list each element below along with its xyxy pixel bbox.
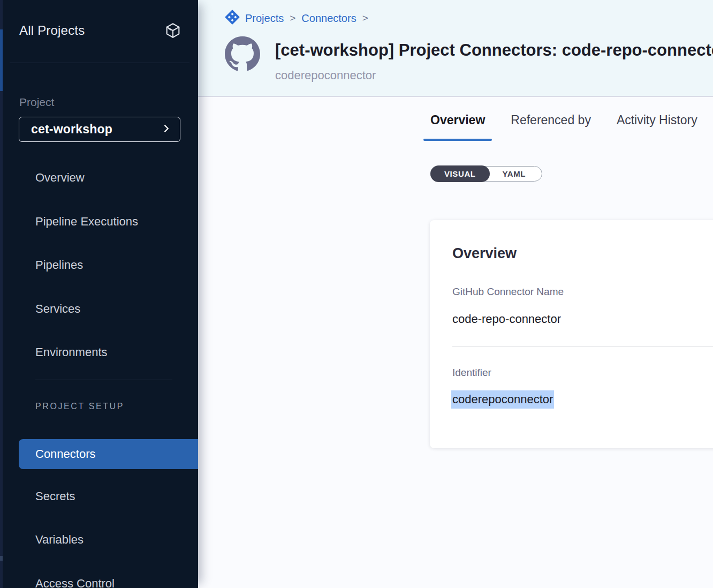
card-divider — [452, 346, 713, 346]
project-label: Project — [19, 96, 54, 109]
sidebar: All Projects Project cet-workshop Overvi… — [0, 0, 198, 588]
sidebar-item-label: Access Control — [35, 577, 115, 588]
card-heading: Overview — [452, 245, 713, 262]
sidebar-item-label: Services — [35, 302, 80, 315]
tab-label: Activity History — [617, 113, 697, 127]
breadcrumb-separator: > — [362, 12, 369, 24]
field-value-identifier: coderepoconnector — [452, 390, 713, 409]
sidebar-divider — [10, 63, 189, 63]
yaml-toggle-button[interactable]: YAML — [490, 169, 542, 178]
chevron-right-icon — [161, 123, 172, 137]
page-header: Projects > Connectors > [cet-workshop] P… — [198, 0, 713, 97]
breadcrumb-link-connectors[interactable]: Connectors — [301, 12, 356, 25]
tab-label: Overview — [430, 113, 485, 127]
all-projects-row: All Projects — [19, 21, 182, 40]
sidebar-item-pipeline-executions[interactable]: Pipeline Executions — [0, 211, 198, 232]
sidebar-item-label: Secrets — [35, 489, 75, 503]
sidebar-item-environments[interactable]: Environments — [0, 342, 198, 363]
sidebar-item-label: Environments — [35, 345, 108, 359]
github-icon — [225, 36, 260, 71]
project-selector[interactable]: cet-workshop — [19, 117, 180, 142]
sidebar-divider — [35, 380, 172, 380]
project-selector-value: cet-workshop — [31, 122, 112, 137]
cube-icon[interactable] — [164, 21, 182, 40]
module-rail-blip — [0, 556, 3, 561]
selected-text-highlight: coderepoconnector — [451, 390, 554, 409]
sidebar-item-label: Variables — [35, 533, 84, 546]
breadcrumb-link-projects[interactable]: Projects — [245, 12, 284, 25]
all-projects-label[interactable]: All Projects — [19, 23, 85, 38]
sidebar-item-label: Pipeline Executions — [35, 215, 138, 228]
visual-toggle-button[interactable]: VISUAL — [430, 165, 490, 182]
tab-overview[interactable]: Overview — [423, 113, 492, 141]
sidebar-item-label: Connectors — [35, 447, 96, 461]
sidebar-item-connectors[interactable]: Connectors — [19, 439, 198, 469]
page-title: [cet-workshop] Project Connectors: code-… — [275, 41, 713, 63]
field-label-github-connector-name: GitHub Connector Name — [452, 286, 713, 298]
overview-card: Overview GitHub Connector Name code-repo… — [430, 220, 713, 448]
visual-yaml-toggle: VISUAL YAML — [430, 166, 542, 182]
module-rail-highlight — [0, 29, 3, 91]
tab-label: Referenced by — [511, 113, 591, 127]
tab-activity-history[interactable]: Activity History — [610, 113, 704, 141]
sidebar-item-pipelines[interactable]: Pipelines — [0, 254, 198, 276]
tab-bar: Overview Referenced by Activity History — [423, 113, 704, 141]
harness-diamond-icon — [225, 10, 240, 27]
sidebar-item-variables[interactable]: Variables — [0, 529, 198, 551]
sidebar-item-overview[interactable]: Overview — [0, 167, 198, 189]
project-setup-section-label: PROJECT SETUP — [35, 402, 124, 411]
sidebar-item-services[interactable]: Services — [0, 298, 198, 320]
breadcrumb-separator: > — [289, 12, 296, 24]
sidebar-item-secrets[interactable]: Secrets — [0, 486, 198, 507]
sidebar-item-label: Overview — [35, 171, 85, 184]
field-value-github-connector-name: code-repo-connector — [452, 312, 713, 326]
sidebar-item-access-control[interactable]: Access Control — [0, 573, 198, 588]
sidebar-item-label: Pipelines — [35, 258, 83, 272]
tab-referenced-by[interactable]: Referenced by — [504, 113, 598, 141]
page-subtitle: coderepoconnector — [275, 69, 376, 82]
breadcrumb: Projects > Connectors > — [225, 10, 369, 27]
field-label-identifier: Identifier — [452, 367, 713, 379]
main-content: Overview Referenced by Activity History … — [198, 97, 713, 588]
